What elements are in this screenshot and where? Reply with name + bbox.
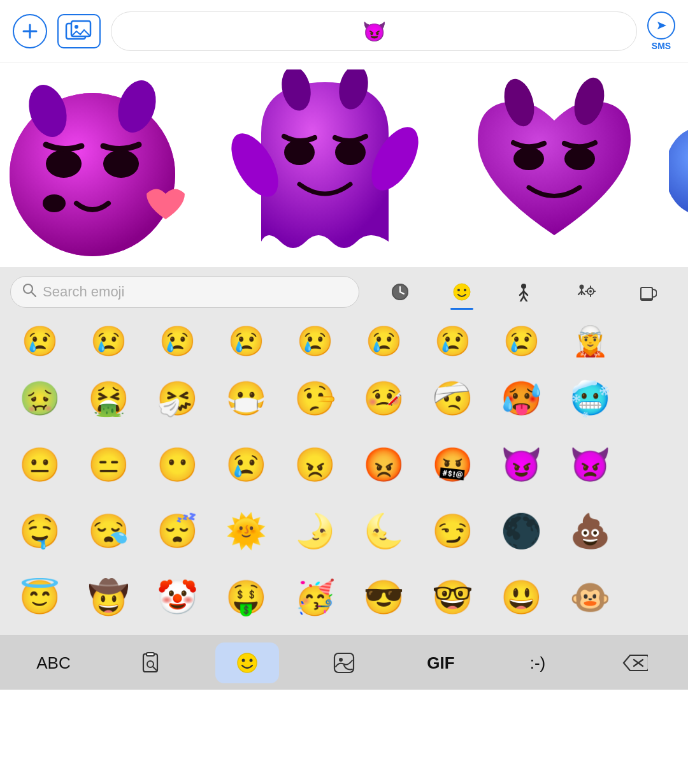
- delete-button[interactable]: [603, 642, 666, 683]
- emoji-cell[interactable]: 😢: [418, 318, 487, 364]
- svg-point-4: [75, 25, 78, 29]
- svg-point-22: [564, 147, 595, 170]
- svg-point-39: [579, 285, 584, 289]
- emoji-mask[interactable]: 😷: [211, 367, 280, 430]
- category-food[interactable]: [629, 278, 666, 306]
- emoticon-label: :-): [530, 653, 546, 673]
- emoji-sleeping[interactable]: 😴: [143, 499, 211, 563]
- emoji-cell[interactable]: 🧝: [555, 318, 624, 364]
- sticker-preview-area: [0, 63, 688, 267]
- add-button[interactable]: [13, 14, 47, 48]
- sticker-button[interactable]: [312, 642, 376, 683]
- emoji-partying[interactable]: 🥳: [280, 565, 349, 629]
- svg-point-56: [242, 659, 245, 662]
- sticker-row: [0, 63, 688, 267]
- category-activities[interactable]: [567, 278, 604, 306]
- svg-line-25: [31, 292, 36, 296]
- emoji-row-sick: 🤢 🤮 🤧 😷 🤥 🤒 🤕 🥵 🥶: [5, 365, 683, 432]
- svg-point-11: [103, 150, 139, 178]
- svg-point-10: [46, 150, 82, 178]
- emoji-cell[interactable]: 😢: [211, 318, 280, 364]
- category-recent[interactable]: [382, 278, 419, 306]
- svg-point-57: [250, 659, 253, 662]
- emoji-sleepy[interactable]: 😪: [74, 499, 143, 563]
- emoji-search-box[interactable]: Search emoji: [10, 276, 359, 308]
- svg-point-12: [43, 194, 66, 212]
- emoticon-button[interactable]: :-): [506, 642, 570, 683]
- sticker-ghost-devil[interactable]: [210, 63, 440, 267]
- emoji-cold[interactable]: 🥶: [555, 367, 624, 430]
- emoji-cell[interactable]: 😢: [143, 318, 211, 364]
- svg-point-59: [339, 658, 343, 662]
- emoji-nerd[interactable]: 🤓: [418, 565, 487, 629]
- emoji-cell[interactable]: 😢: [280, 318, 349, 364]
- emoji-cell[interactable]: 😢: [349, 318, 418, 364]
- emoji-clown[interactable]: 🤡: [143, 565, 211, 629]
- emoji-vomiting[interactable]: 🤮: [74, 367, 143, 430]
- category-smileys[interactable]: [443, 278, 480, 306]
- emoji-monkey[interactable]: 🐵: [555, 565, 624, 629]
- emoji-row-characters: 😇 🤠 🤡 🤑 🥳 😎 🤓 😃 🐵: [5, 564, 683, 630]
- category-people[interactable]: [505, 278, 542, 306]
- emoji-button[interactable]: [215, 642, 279, 683]
- clipboard-search-icon: [140, 652, 161, 674]
- sticker-icon: [333, 651, 355, 674]
- svg-point-55: [238, 653, 257, 672]
- emoji-angel[interactable]: 😇: [5, 565, 74, 629]
- sms-send-button[interactable]: SMS: [647, 11, 675, 51]
- emoji-sneezing[interactable]: 🤧: [143, 367, 211, 430]
- emoji-sunglasses[interactable]: 😎: [349, 565, 418, 629]
- emoji-no-mouth[interactable]: 😶: [143, 433, 211, 497]
- emoji-angry[interactable]: 😠: [280, 433, 349, 497]
- emoji-grin[interactable]: 😃: [487, 565, 555, 629]
- emoji-hot[interactable]: 🥵: [487, 367, 555, 430]
- emoji-cell[interactable]: 😢: [74, 318, 143, 364]
- clipboard-search-button[interactable]: [118, 642, 182, 683]
- emoji-cell[interactable]: 😢: [487, 318, 555, 364]
- emoji-first-quarter-moon[interactable]: 🌛: [280, 499, 349, 563]
- emoji-money-mouth[interactable]: 🤑: [211, 565, 280, 629]
- emoji-cell[interactable]: 😢: [5, 318, 74, 364]
- gif-label: GIF: [427, 653, 454, 673]
- message-input[interactable]: 😈: [111, 11, 637, 51]
- emoji-angry-devil[interactable]: 👿: [555, 433, 624, 497]
- emoji-last-quarter-moon[interactable]: 🌜: [349, 499, 418, 563]
- emoji-liar[interactable]: 🤥: [280, 367, 349, 430]
- emoji-expressionless[interactable]: 😑: [74, 433, 143, 497]
- search-category-bar: Search emoji: [0, 267, 688, 314]
- emoji-neutral[interactable]: 😐: [5, 433, 74, 497]
- emoji-thermometer[interactable]: 🤒: [349, 367, 418, 430]
- emoji-cowboy[interactable]: 🤠: [74, 565, 143, 629]
- emoji-poop[interactable]: 💩: [555, 499, 624, 563]
- emoji-pouting[interactable]: 😡: [349, 433, 418, 497]
- emoji-bandage[interactable]: 🤕: [418, 367, 487, 430]
- sticker-heart-devil[interactable]: [440, 63, 669, 267]
- category-icons: [359, 278, 678, 306]
- emoji-row-neutral: 😐 😑 😶 😢 😠 😡 🤬 😈 👿: [5, 432, 683, 498]
- svg-point-23: [669, 127, 688, 215]
- svg-line-37: [520, 296, 524, 301]
- emoji-nauseated[interactable]: 🤢: [5, 367, 74, 430]
- svg-line-54: [153, 667, 156, 670]
- emoji-smirk[interactable]: 😏: [418, 499, 487, 563]
- emoji-new-moon[interactable]: 🌑: [487, 499, 555, 563]
- emoji-grid: 😢 😢 😢 😢 😢 😢 😢 😢 🧝 🤢 🤮 🤧 😷 🤥 🤒 🤕 🥵 🥶 😐: [0, 314, 688, 635]
- sticker-devil-kiss[interactable]: [0, 63, 210, 267]
- abc-button[interactable]: ABC: [22, 642, 85, 683]
- top-bar: 😈 SMS: [0, 0, 688, 63]
- emoji-smiling-devil[interactable]: 😈: [487, 433, 555, 497]
- svg-point-31: [457, 289, 460, 291]
- emoji-symbols-on-mouth[interactable]: 🤬: [418, 433, 487, 497]
- gallery-button[interactable]: [57, 14, 101, 48]
- emoji-drooling[interactable]: 🤤: [5, 499, 74, 563]
- emoji-row-partial: 😢 😢 😢 😢 😢 😢 😢 😢 🧝: [5, 317, 683, 365]
- gif-button[interactable]: GIF: [409, 642, 473, 683]
- emoji-keyboard-icon: [236, 651, 259, 674]
- emoji-sun[interactable]: 🌞: [211, 499, 280, 563]
- emoji-keyboard: Search emoji: [0, 267, 688, 690]
- svg-point-33: [521, 284, 526, 289]
- svg-point-44: [589, 290, 592, 293]
- search-placeholder-text: Search emoji: [43, 284, 124, 300]
- svg-point-30: [454, 284, 470, 300]
- emoji-loudly-crying[interactable]: 😢: [211, 433, 280, 497]
